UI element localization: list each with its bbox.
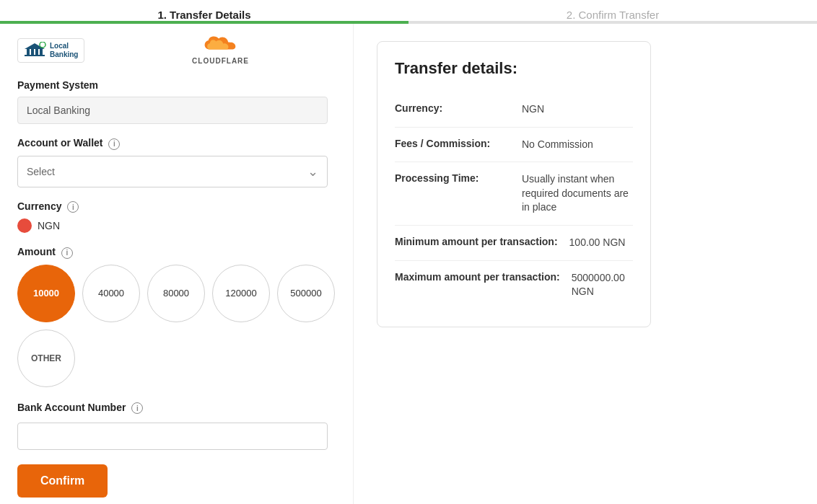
svg-point-6 xyxy=(40,42,45,48)
transfer-detail-row: Maximum amount per transaction:5000000.0… xyxy=(395,261,633,309)
transfer-details-rows: Currency:NGNFees / Commission:No Commiss… xyxy=(395,92,633,309)
transfer-detail-row: Minimum amount per transaction:100.00 NG… xyxy=(395,226,633,261)
detail-label: Currency: xyxy=(395,102,510,114)
bank-account-info-icon: i xyxy=(131,402,143,414)
amount-btn-40000[interactable]: 40000 xyxy=(82,265,140,322)
amount-btn-500000[interactable]: 500000 xyxy=(277,265,335,322)
amount-info-icon: i xyxy=(61,247,73,259)
step-2: 2. Confirm Transfer xyxy=(408,9,817,21)
payment-system-value: Local Banking xyxy=(17,97,328,124)
steps-header: 1. Transfer Details 2. Confirm Transfer xyxy=(0,0,817,21)
detail-value: NGN xyxy=(522,102,544,117)
svg-rect-0 xyxy=(27,49,30,55)
chevron-down-icon: ⌄ xyxy=(307,164,318,180)
detail-value: Usually instant when required documents … xyxy=(522,172,633,215)
currency-section: Currency i NGN xyxy=(17,200,336,234)
select-placeholder: Select xyxy=(27,166,55,177)
cloudflare-logo: CLOUDFLARE xyxy=(192,35,249,65)
cloudflare-icon xyxy=(201,35,241,56)
account-wallet-label: Account or Wallet i xyxy=(17,137,336,150)
local-banking-logo: Local Banking xyxy=(17,38,84,63)
detail-label: Minimum amount per transaction: xyxy=(395,236,558,247)
bank-account-input[interactable] xyxy=(17,423,328,450)
detail-value: 100.00 NGN xyxy=(569,236,626,250)
step-1: 1. Transfer Details xyxy=(0,9,408,21)
svg-rect-5 xyxy=(25,55,45,56)
detail-label: Maximum amount per transaction: xyxy=(395,271,560,283)
bank-icon xyxy=(24,42,47,59)
amount-btn-80000[interactable]: 80000 xyxy=(147,265,205,322)
currency-label: Currency i xyxy=(17,200,336,213)
amount-btn-other[interactable]: OTHER xyxy=(17,330,75,387)
transfer-detail-row: Fees / Commission:No Commission xyxy=(395,128,633,163)
right-panel: Transfer details: Currency:NGNFees / Com… xyxy=(354,24,817,504)
svg-marker-4 xyxy=(25,43,45,49)
confirm-button[interactable]: Confirm xyxy=(17,464,108,498)
transfer-detail-row: Currency:NGN xyxy=(395,92,633,128)
payment-system-section: Payment System Local Banking xyxy=(17,79,336,124)
svg-rect-3 xyxy=(40,49,43,55)
account-wallet-section: Account or Wallet i Select ⌄ xyxy=(17,137,336,187)
amount-buttons: 100004000080000120000500000OTHER xyxy=(17,265,336,387)
detail-value: No Commission xyxy=(522,138,593,152)
page-wrapper: 1. Transfer Details 2. Confirm Transfer xyxy=(0,0,817,504)
amount-btn-10000[interactable]: 10000 xyxy=(17,265,75,322)
transfer-detail-row: Processing Time:Usually instant when req… xyxy=(395,162,633,226)
account-wallet-info-icon: i xyxy=(108,138,120,150)
payment-system-label: Payment System xyxy=(17,79,336,91)
local-banking-text: Local Banking xyxy=(50,42,78,59)
transfer-details-title: Transfer details: xyxy=(395,59,633,78)
amount-label: Amount i xyxy=(17,246,336,259)
amount-section: Amount i 100004000080000120000500000OTHE… xyxy=(17,246,336,387)
logos-row: Local Banking CLOUDFLARE xyxy=(17,35,336,65)
detail-value: 5000000.00 NGN xyxy=(572,271,633,299)
currency-value: NGN xyxy=(38,220,60,231)
currency-info-icon: i xyxy=(67,201,79,213)
cloudflare-label: CLOUDFLARE xyxy=(192,57,249,65)
main-content: Local Banking CLOUDFLARE Payment System … xyxy=(0,24,817,504)
svg-rect-1 xyxy=(31,49,34,55)
detail-label: Fees / Commission: xyxy=(395,138,510,149)
bank-account-section: Bank Account Number i xyxy=(17,402,336,451)
ngn-flag-icon xyxy=(17,218,32,233)
svg-rect-2 xyxy=(35,49,38,55)
transfer-details-card: Transfer details: Currency:NGNFees / Com… xyxy=(377,41,651,327)
bank-account-label: Bank Account Number i xyxy=(17,402,336,415)
detail-label: Processing Time: xyxy=(395,172,510,184)
amount-btn-120000[interactable]: 120000 xyxy=(212,265,270,322)
left-panel: Local Banking CLOUDFLARE Payment System … xyxy=(0,24,354,504)
currency-display: NGN xyxy=(17,218,336,233)
account-wallet-select[interactable]: Select ⌄ xyxy=(17,156,328,187)
